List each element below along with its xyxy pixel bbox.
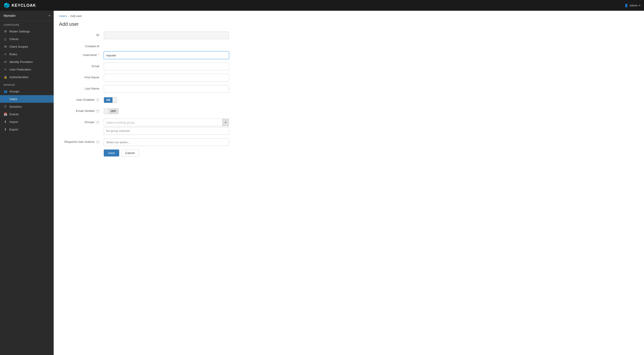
id-field-row: ID <box>59 32 250 39</box>
email-verified-toggle-switch[interactable]: OFF <box>104 108 118 114</box>
breadcrumb: Users › Add user <box>54 11 644 20</box>
last-name-input[interactable] <box>104 85 229 93</box>
breadcrumb-users-link[interactable]: Users <box>59 14 67 18</box>
username-required-marker: * <box>97 53 99 57</box>
form-buttons: Save Cancel <box>59 150 250 156</box>
groups-no-selection: No group selected <box>104 127 229 135</box>
user-enabled-toggle[interactable]: ON <box>104 96 229 104</box>
sidebar-item-clients[interactable]: ◻ Clients <box>0 35 54 43</box>
realm-chevron-icon: ▾ <box>49 14 50 17</box>
user-menu[interactable]: 👤 Admin ▾ <box>624 4 640 7</box>
page-title: Add user <box>54 20 644 32</box>
username-field-row: Username * <box>59 52 250 59</box>
toggle-off-label: OFF <box>108 109 118 114</box>
user-enabled-control: ON <box>104 96 229 104</box>
import-icon: ⬆ <box>4 120 7 124</box>
user-enabled-help-icon[interactable]: ? <box>96 99 99 102</box>
groups-control: Select existing group... ▼ No group sele… <box>104 119 229 135</box>
email-verified-help-icon[interactable]: ? <box>96 110 99 113</box>
id-label: ID <box>59 32 104 37</box>
realm-selector[interactable]: Myrealm ▾ <box>0 11 54 21</box>
toggle-off-btn <box>112 97 117 103</box>
breadcrumb-current: Add user <box>70 14 82 18</box>
last-name-field-row: Last Name <box>59 85 250 93</box>
sidebar-item-sessions[interactable]: ⏱ Sessions <box>0 103 54 110</box>
required-user-actions-control <box>104 138 229 146</box>
sidebar-item-events[interactable]: 📅 Events <box>0 110 54 118</box>
sidebar-item-roles[interactable]: ≡ Roles <box>0 50 54 58</box>
created-at-label: Created At <box>59 43 104 48</box>
main-content: Users › Add user Add user ID Created At <box>54 11 644 355</box>
first-name-label: First Name <box>59 74 104 79</box>
sidebar-item-user-federation[interactable]: ≡ User Federation <box>0 66 54 73</box>
email-control <box>104 63 229 70</box>
user-federation-icon: ≡ <box>4 68 7 71</box>
id-control <box>104 32 229 39</box>
top-navigation: KEYCLOAK 👤 Admin ▾ <box>0 0 644 11</box>
groups-select[interactable]: Select existing group... <box>104 119 229 126</box>
sidebar-item-realm-settings[interactable]: ⚙ Realm Settings <box>0 28 54 35</box>
sidebar: Myrealm ▾ Configure ⚙ Realm Settings ◻ C… <box>0 11 54 355</box>
sidebar-item-users[interactable]: 👤 Users <box>0 95 54 103</box>
user-enabled-label: User Enabled ? <box>59 96 104 102</box>
required-user-actions-input[interactable] <box>104 138 229 146</box>
toggle-on-label: ON <box>104 97 112 103</box>
required-user-actions-help-icon[interactable]: ? <box>96 141 99 144</box>
client-scopes-icon: ⚙ <box>4 45 7 48</box>
events-icon: 📅 <box>4 112 7 116</box>
logo: KEYCLOAK <box>4 2 36 9</box>
groups-icon: 👥 <box>4 90 7 93</box>
email-verified-control: OFF <box>104 107 229 115</box>
configure-section-label: Configure <box>0 21 54 28</box>
roles-icon: ≡ <box>4 52 7 56</box>
users-icon: 👤 <box>4 97 7 101</box>
user-enabled-toggle-switch[interactable]: ON <box>104 97 117 103</box>
authentication-icon: 🔒 <box>4 75 7 79</box>
groups-label: Groups ? <box>59 119 104 124</box>
manage-section-label: Manage <box>0 81 54 88</box>
created-at-field-row: Created At <box>59 43 250 48</box>
sidebar-item-client-scopes[interactable]: ⚙ Client Scopes <box>0 43 54 50</box>
username-label: Username * <box>59 52 104 57</box>
sidebar-item-export[interactable]: ⬇ Export <box>0 126 54 133</box>
email-input[interactable] <box>104 63 229 70</box>
identity-providers-icon: ⇄ <box>4 60 7 64</box>
username-input[interactable] <box>104 52 229 59</box>
last-name-label: Last Name <box>59 85 104 90</box>
username-control <box>104 52 229 59</box>
email-field-row: Email <box>59 63 250 70</box>
email-verified-label: Email Verified ? <box>59 107 104 113</box>
first-name-input[interactable] <box>104 74 229 82</box>
groups-select-wrapper: Select existing group... ▼ <box>104 119 229 126</box>
sidebar-item-import[interactable]: ⬆ Import <box>0 118 54 126</box>
email-verified-toggle[interactable]: OFF <box>104 107 229 115</box>
groups-field-row: Groups ? Select existing group... ▼ No g… <box>59 119 250 135</box>
save-button[interactable]: Save <box>104 150 119 156</box>
user-icon: 👤 <box>624 4 628 7</box>
toggle-off-empty-btn <box>104 109 108 114</box>
email-label: Email <box>59 63 104 68</box>
export-icon: ⬇ <box>4 128 7 131</box>
email-verified-field-row: Email Verified ? OFF <box>59 107 250 115</box>
sessions-icon: ⏱ <box>4 105 7 108</box>
last-name-control <box>104 85 229 93</box>
realm-settings-icon: ⚙ <box>4 30 7 33</box>
sidebar-item-identity-providers[interactable]: ⇄ Identity Providers <box>0 58 54 66</box>
sidebar-item-authentication[interactable]: 🔒 Authentication <box>0 73 54 81</box>
breadcrumb-separator: › <box>68 14 69 18</box>
id-input[interactable] <box>104 32 229 39</box>
add-user-form: ID Created At Username * <box>54 32 255 165</box>
sidebar-item-groups[interactable]: 👥 Groups <box>0 88 54 95</box>
cancel-button[interactable]: Cancel <box>121 150 139 156</box>
required-user-actions-label: Required User Actions ? <box>59 138 104 144</box>
required-user-actions-field-row: Required User Actions ? <box>59 138 250 146</box>
clients-icon: ◻ <box>4 37 7 41</box>
keycloak-logo-icon <box>4 2 10 9</box>
user-enabled-field-row: User Enabled ? ON <box>59 96 250 104</box>
first-name-field-row: First Name <box>59 74 250 82</box>
groups-help-icon[interactable]: ? <box>96 121 99 124</box>
first-name-control <box>104 74 229 82</box>
